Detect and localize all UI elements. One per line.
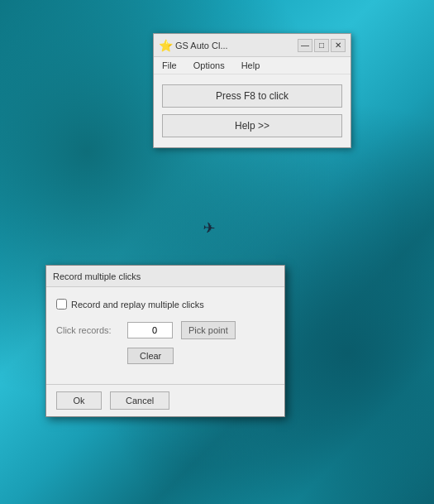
dialog-title-bar: Record multiple clicks	[46, 266, 284, 287]
plane-silhouette: ✈	[202, 218, 216, 238]
main-window: ⭐ GS Auto Cl... — □ ✕ File Options Help …	[153, 33, 351, 148]
menu-bar: File Options Help	[154, 57, 351, 74]
title-bar: ⭐ GS Auto Cl... — □ ✕	[154, 34, 351, 57]
pick-point-button[interactable]: Pick point	[181, 321, 236, 339]
record-dialog: Record multiple clicks Record and replay…	[45, 265, 285, 417]
main-content: Press F8 to click Help >>	[154, 74, 351, 147]
window-title: GS Auto Cl...	[175, 41, 298, 50]
dialog-footer: Ok Cancel	[46, 384, 284, 416]
checkbox-label: Record and replay multiple clicks	[71, 300, 204, 310]
ok-button[interactable]: Ok	[56, 391, 102, 410]
press-f8-button[interactable]: Press F8 to click	[162, 84, 342, 108]
click-records-row: Click records: Pick point	[56, 321, 274, 339]
maximize-button[interactable]: □	[314, 39, 329, 52]
checkbox-row: Record and replay multiple clicks	[56, 299, 274, 310]
clear-button[interactable]: Clear	[127, 348, 174, 364]
window-controls: — □ ✕	[298, 39, 346, 52]
click-records-label: Click records:	[56, 325, 122, 335]
click-records-input[interactable]	[127, 322, 173, 338]
app-icon: ⭐	[159, 39, 172, 52]
menu-options[interactable]: Options	[188, 59, 230, 72]
minimize-button[interactable]: —	[298, 39, 312, 52]
record-replay-checkbox[interactable]	[56, 299, 67, 310]
menu-help[interactable]: Help	[236, 59, 265, 72]
help-button[interactable]: Help >>	[162, 114, 342, 137]
inline-buttons-row: Clear	[56, 348, 274, 364]
close-button[interactable]: ✕	[331, 39, 346, 52]
dialog-title: Record multiple clicks	[53, 271, 141, 281]
dialog-body: Record and replay multiple clicks Click …	[46, 287, 284, 384]
menu-file[interactable]: File	[157, 59, 182, 72]
cancel-button[interactable]: Cancel	[110, 391, 169, 410]
